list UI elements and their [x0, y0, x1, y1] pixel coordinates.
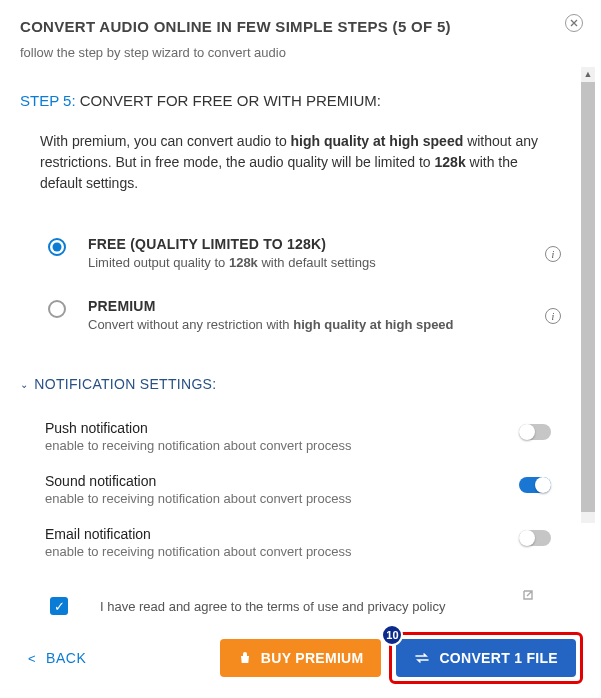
- close-icon: [570, 19, 578, 27]
- plan-radio-group: FREE (QUALITY LIMITED TO 128K) Limited o…: [20, 222, 581, 346]
- toggle-sound[interactable]: [519, 477, 551, 493]
- setting-push-notification: Push notification enable to receiving no…: [20, 410, 581, 463]
- info-icon[interactable]: i: [545, 308, 561, 324]
- scrollbar-thumb[interactable]: [581, 82, 595, 512]
- setting-title: Email notification: [45, 526, 519, 542]
- step-number: STEP 5:: [20, 92, 80, 109]
- step-description: With premium, you can convert audio to h…: [20, 131, 581, 194]
- terms-text: I have read and agree to the terms of us…: [100, 599, 445, 614]
- buy-premium-button[interactable]: BUY PREMIUM: [220, 639, 382, 677]
- step-heading: STEP 5: CONVERT FOR FREE OR WITH PREMIUM…: [20, 92, 581, 109]
- setting-desc: enable to receiving notification about c…: [45, 438, 519, 453]
- plan-premium-desc: Convert without any restriction with hig…: [88, 317, 535, 332]
- convert-button[interactable]: CONVERT 1 FILE: [396, 639, 576, 677]
- external-link-icon[interactable]: [520, 587, 536, 607]
- plan-premium-title: PREMIUM: [88, 298, 535, 314]
- radio-button-free[interactable]: [48, 238, 66, 256]
- back-button[interactable]: < BACK: [18, 644, 96, 672]
- plan-option-free[interactable]: FREE (QUALITY LIMITED TO 128K) Limited o…: [20, 222, 581, 284]
- chevron-left-icon: <: [28, 651, 36, 666]
- toggle-email[interactable]: [519, 530, 551, 546]
- plan-free-desc: Limited output quality to 128k with defa…: [88, 255, 535, 270]
- terms-checkbox[interactable]: ✓: [50, 597, 68, 615]
- setting-title: Push notification: [45, 420, 519, 436]
- scrollbar-up-icon[interactable]: ▲: [581, 67, 595, 81]
- dialog-footer: < BACK BUY PREMIUM 10 CONVERT 1 FILE: [0, 620, 601, 698]
- close-button[interactable]: [565, 14, 583, 32]
- setting-desc: enable to receiving notification about c…: [45, 544, 519, 559]
- setting-email-notification: Email notification enable to receiving n…: [20, 516, 581, 569]
- setting-desc: enable to receiving notification about c…: [45, 491, 519, 506]
- setting-sound-notification: Sound notification enable to receiving n…: [20, 463, 581, 516]
- swap-icon: [414, 652, 430, 664]
- terms-row: ✓ I have read and agree to the terms of …: [20, 569, 581, 615]
- convert-highlight-box: 10 CONVERT 1 FILE: [389, 632, 583, 684]
- plan-free-title: FREE (QUALITY LIMITED TO 128K): [88, 236, 535, 252]
- setting-title: Sound notification: [45, 473, 519, 489]
- dialog-subtitle: follow the step by step wizard to conver…: [20, 45, 581, 60]
- dialog-title: CONVERT AUDIO ONLINE IN FEW SIMPLE STEPS…: [20, 18, 581, 35]
- radio-button-premium[interactable]: [48, 300, 66, 318]
- notifications-section-header[interactable]: ⌄ NOTIFICATION SETTINGS:: [20, 376, 581, 392]
- main-content: STEP 5: CONVERT FOR FREE OR WITH PREMIUM…: [0, 68, 601, 623]
- chevron-down-icon: ⌄: [20, 379, 28, 390]
- toggle-push[interactable]: [519, 424, 551, 440]
- bag-icon: [238, 651, 252, 665]
- plan-option-premium[interactable]: PREMIUM Convert without any restriction …: [20, 284, 581, 346]
- info-icon[interactable]: i: [545, 246, 561, 262]
